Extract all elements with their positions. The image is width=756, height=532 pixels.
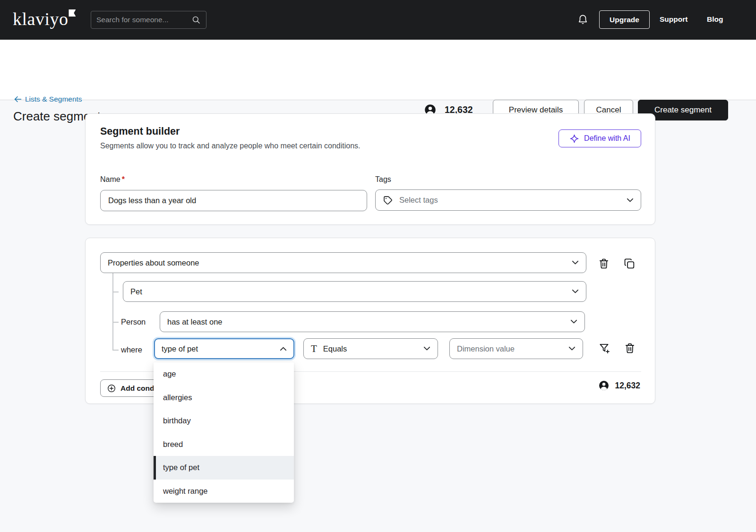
segment-builder-description: Segments allow you to track and analyze … [100,142,361,150]
chevron-down-icon [627,198,634,203]
klaviyo-logo-text: klaviyo [13,9,68,29]
top-navbar: klaviyo Upgrade Support Blog [0,0,756,40]
quantifier-select[interactable]: has at least one [160,311,585,332]
search-icon [191,15,201,25]
name-label-text: Name [100,175,120,183]
chevron-down-icon [570,319,577,324]
tree-stub-person [112,322,119,323]
quantifier-value: has at least one [167,317,223,326]
segment-builder-card: Segment builder Segments allow you to tr… [85,113,655,225]
dropdown-option-type-of-pet[interactable]: type of pet [154,456,294,480]
page-header: Lists & Segments Create segment 12,632 P… [0,40,756,100]
dimension-value-select[interactable]: Dimension value [449,338,583,359]
dimension-value: type of pet [162,344,198,353]
bell-icon [577,14,589,26]
blog-link[interactable]: Blog [707,15,723,24]
segment-name-input[interactable] [100,190,367,211]
add-filter-button[interactable] [598,342,610,354]
ai-sparkle-icon [569,134,579,144]
name-label: Name* [100,175,125,184]
back-arrow-icon [14,95,22,103]
plus-circle-icon [107,384,116,393]
dropdown-option-birthday[interactable]: birthday [154,409,294,433]
where-label: where [121,345,142,354]
condition-type-value: Properties about someone [108,258,199,267]
tree-stub-where [112,350,119,351]
chevron-down-icon [572,260,579,265]
property-group-value: Pet [130,287,142,296]
dropdown-option-age[interactable]: age [154,362,294,386]
delete-row-button[interactable] [624,342,636,354]
condition-type-select[interactable]: Properties about someone [100,252,586,273]
dropdown-option-weight-range[interactable]: weight range [154,480,294,503]
dimension-dropdown-menu: age allergies birthday breed type of pet… [154,362,294,503]
option-label: breed [163,440,183,449]
create-segment-page: klaviyo Upgrade Support Blog Lists & Seg… [0,0,756,532]
trash-icon [624,342,636,354]
condition-audience-count-value: 12,632 [615,381,640,391]
option-label: allergies [163,393,192,402]
condition-audience-count: 12,632 [598,380,640,391]
delete-condition-button[interactable] [598,257,610,270]
chevron-down-icon [568,346,576,351]
tree-vertical-line [112,273,113,350]
option-label: age [163,369,176,378]
tags-select[interactable]: Select tags [375,189,641,211]
selected-option-indicator [154,456,156,480]
trash-icon [598,257,610,270]
dimension-combobox[interactable]: type of pet [154,338,294,359]
required-asterisk: * [122,175,125,183]
operator-select[interactable]: T Equals [303,338,438,359]
back-to-lists-segments-link[interactable]: Lists & Segments [14,95,82,103]
dropdown-option-allergies[interactable]: allergies [154,386,294,410]
dimension-value-placeholder: Dimension value [457,344,515,353]
notifications-bell-button[interactable] [577,14,589,26]
filter-plus-icon [598,342,610,354]
define-with-ai-button[interactable]: Define with AI [558,129,641,147]
tag-icon [383,195,393,206]
option-label: birthday [163,416,191,425]
search-input[interactable] [96,16,191,24]
define-with-ai-label: Define with AI [584,134,630,143]
klaviyo-flag-icon [69,9,76,17]
segment-builder-title: Segment builder [100,126,180,137]
upgrade-button[interactable]: Upgrade [599,10,650,29]
operator-value: Equals [323,344,347,353]
copy-icon [623,257,636,270]
tags-label: Tags [375,175,391,184]
tree-stub-property [112,292,119,292]
tags-placeholder: Select tags [399,196,438,205]
chevron-down-icon [423,346,430,351]
text-type-icon: T [311,344,317,354]
support-link[interactable]: Support [660,15,687,24]
option-label: type of pet [163,463,199,472]
chevron-down-icon [572,289,579,294]
chevron-up-icon [280,346,287,351]
property-group-select[interactable]: Pet [123,281,586,302]
klaviyo-logo[interactable]: klaviyo [13,9,68,29]
back-link-label: Lists & Segments [25,95,82,103]
duplicate-condition-button[interactable] [623,257,636,270]
person-label: Person [121,317,146,326]
option-label: weight range [163,487,207,496]
profiles-icon [598,380,610,391]
person-search[interactable] [91,11,206,29]
dropdown-option-breed[interactable]: breed [154,433,294,456]
